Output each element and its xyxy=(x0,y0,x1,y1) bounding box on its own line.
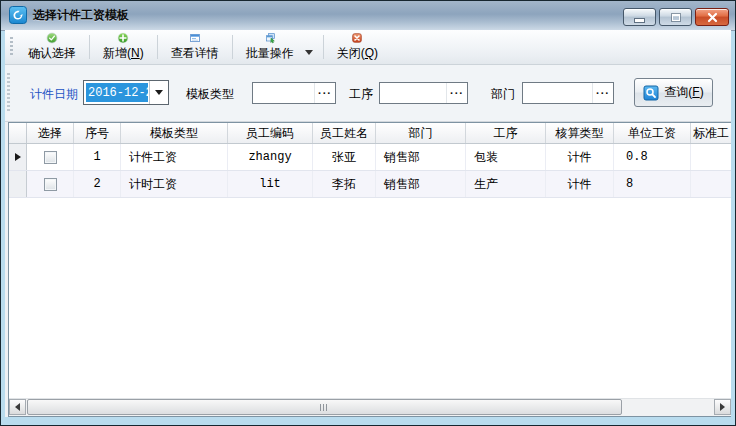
template-type-value xyxy=(253,83,314,103)
column-header-seq[interactable]: 序号 xyxy=(74,123,121,143)
grid-empty-area xyxy=(9,198,731,398)
unit-wage-cell: 8 xyxy=(614,171,691,197)
close-dialog-button[interactable]: 关闭(Q) xyxy=(326,30,389,64)
confirm-select-label: 确认选择 xyxy=(28,45,76,62)
maximize-icon xyxy=(672,14,680,21)
filter-bar: 计件日期 2016-12-21 模板类型 ··· 工序 ··· 部门 ··· xyxy=(5,65,731,122)
main-toolbar: 确认选择 新增(N) 查看详 xyxy=(5,30,731,65)
column-header-calc[interactable]: 核算类型 xyxy=(546,123,614,143)
column-header-name[interactable]: 员工姓名 xyxy=(313,123,376,143)
thumb-grip-icon xyxy=(320,404,329,411)
row-checkbox[interactable] xyxy=(44,151,57,164)
scrollbar-thumb[interactable] xyxy=(27,399,622,415)
minimize-icon xyxy=(634,18,645,23)
grid-header-row: 选择 序号 模板类型 员工编码 员工姓名 部门 工序 核算类型 单位工资 标准工… xyxy=(9,123,731,144)
view-details-label: 查看详情 xyxy=(171,45,219,62)
piece-date-dropdown-button[interactable] xyxy=(149,81,168,104)
table-row[interactable]: 1 计件工资 zhangy 张亚 销售部 包装 计件 0.8 xyxy=(9,144,731,171)
template-type-input[interactable]: ··· xyxy=(252,82,336,104)
horizontal-scrollbar[interactable] xyxy=(9,398,731,416)
header-indicator-cell xyxy=(9,123,27,143)
std-wage-cell xyxy=(691,171,729,197)
column-header-dept[interactable]: 部门 xyxy=(376,123,466,143)
dialog-window: 选择计件工资模板 确认选择 xyxy=(0,0,736,426)
std-wage-cell xyxy=(691,144,729,170)
batch-operation-button[interactable]: 批量操作 xyxy=(235,30,305,64)
close-x-icon xyxy=(707,12,718,23)
column-header-unit[interactable]: 单位工资 xyxy=(614,123,691,143)
name-cell: 张亚 xyxy=(313,144,376,170)
process-ellipsis-button[interactable]: ··· xyxy=(446,83,467,103)
close-red-icon xyxy=(348,32,366,44)
piece-date-value: 2016-12-21 xyxy=(86,83,148,102)
scroll-right-button[interactable] xyxy=(714,399,731,415)
column-header-process[interactable]: 工序 xyxy=(466,123,546,143)
chevron-down-icon xyxy=(155,90,163,95)
maximize-button[interactable] xyxy=(659,8,692,26)
row-select-cell xyxy=(27,171,74,197)
column-header-template[interactable]: 模板类型 xyxy=(121,123,228,143)
process-value xyxy=(380,83,446,103)
window-title: 选择计件工资模板 xyxy=(33,1,129,30)
calc-cell: 计件 xyxy=(546,144,614,170)
process-cell: 包装 xyxy=(466,144,546,170)
department-value xyxy=(523,83,592,103)
close-dialog-label: 关闭(Q) xyxy=(337,45,378,62)
table-row[interactable]: 2 计时工资 lit 李拓 销售部 生产 计件 8 xyxy=(9,171,731,198)
confirm-check-icon xyxy=(43,32,61,44)
dept-cell: 销售部 xyxy=(376,171,466,197)
department-input[interactable]: ··· xyxy=(522,82,614,104)
add-plus-icon xyxy=(114,32,132,44)
row-checkbox[interactable] xyxy=(44,178,57,191)
name-cell: 李拓 xyxy=(313,171,376,197)
toolbar-separator xyxy=(232,35,233,59)
batch-operation-label: 批量操作 xyxy=(246,45,294,62)
calc-cell: 计件 xyxy=(546,171,614,197)
add-new-button[interactable]: 新增(N) xyxy=(92,30,155,64)
template-type-ellipsis-button[interactable]: ··· xyxy=(314,83,335,103)
template-type-label: 模板类型 xyxy=(186,86,234,103)
column-header-select[interactable]: 选择 xyxy=(27,123,74,143)
piece-date-combobox[interactable]: 2016-12-21 xyxy=(83,80,169,105)
scroll-left-icon xyxy=(15,403,20,411)
query-button[interactable]: 查询(F) xyxy=(634,78,713,107)
seq-cell: 2 xyxy=(74,171,121,197)
process-input[interactable]: ··· xyxy=(379,82,468,104)
process-cell: 生产 xyxy=(466,171,546,197)
column-header-code[interactable]: 员工编码 xyxy=(228,123,313,143)
search-icon xyxy=(643,85,659,101)
title-bar: 选择计件工资模板 xyxy=(1,1,735,31)
query-label: 查询(F) xyxy=(664,84,703,101)
row-select-cell xyxy=(27,144,74,170)
row-indicator-cell xyxy=(9,171,27,197)
dept-cell: 销售部 xyxy=(376,144,466,170)
piece-date-label: 计件日期 xyxy=(30,86,78,103)
client-area: 确认选择 新增(N) 查看详 xyxy=(5,30,731,417)
current-row-arrow-icon xyxy=(15,153,21,161)
template-cell: 计时工资 xyxy=(121,171,228,197)
toolbar-separator xyxy=(323,35,324,59)
toolbar-separator xyxy=(89,35,90,59)
close-button[interactable] xyxy=(695,8,729,26)
view-details-button[interactable]: 查看详情 xyxy=(160,30,230,64)
confirm-select-button[interactable]: 确认选择 xyxy=(17,30,87,64)
scroll-right-icon xyxy=(720,403,725,411)
caption-buttons xyxy=(623,8,729,26)
department-label: 部门 xyxy=(491,86,515,103)
toolbar-grip xyxy=(10,37,13,57)
process-label: 工序 xyxy=(349,86,373,103)
scroll-left-button[interactable] xyxy=(9,399,26,415)
filter-grip xyxy=(7,73,10,113)
details-window-icon xyxy=(186,32,204,44)
app-logo-icon xyxy=(9,6,27,24)
batch-dropdown-arrow[interactable] xyxy=(305,50,313,55)
batch-windows-icon xyxy=(261,32,279,44)
template-cell: 计件工资 xyxy=(121,144,228,170)
add-new-label: 新增(N) xyxy=(103,45,144,62)
column-header-std[interactable]: 标准工资 xyxy=(691,123,729,143)
department-ellipsis-button[interactable]: ··· xyxy=(592,83,613,103)
toolbar-separator xyxy=(157,35,158,59)
row-indicator-cell xyxy=(9,144,27,170)
minimize-button[interactable] xyxy=(623,8,656,26)
template-grid: 选择 序号 模板类型 员工编码 员工姓名 部门 工序 核算类型 单位工资 标准工… xyxy=(8,122,731,417)
